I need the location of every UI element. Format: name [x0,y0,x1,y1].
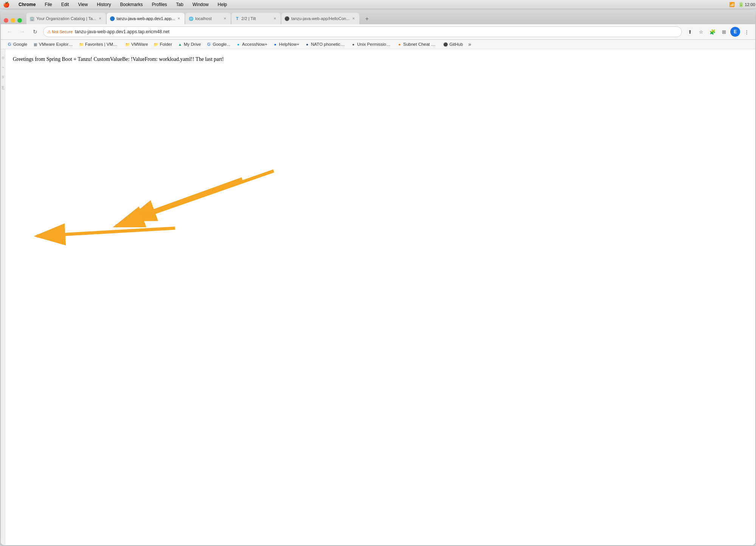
bookmark-favicon-github: ⚫ [443,42,448,47]
bookmark-button[interactable]: ☆ [696,27,706,37]
bookmark-vmware[interactable]: 📁 VMWare [123,41,150,48]
bookmark-github[interactable]: ⚫ GitHub [441,41,465,48]
battery-icon: 🔋 [738,2,744,8]
forward-button[interactable]: → [17,27,27,37]
reload-button[interactable]: ↻ [30,27,40,37]
tab-close-tilt[interactable]: ✕ [272,16,278,21]
wifi-icon: 📶 [729,2,735,8]
bookmark-label-my-drive: My Drive [184,42,201,47]
bookmark-favicon-unix: ● [351,42,356,47]
sidebar-label-ad: ad [1,86,5,90]
menubar-history[interactable]: History [95,2,112,7]
menu-button[interactable]: ⋮ [742,27,751,37]
clock-icon: 12:00 [747,2,753,8]
sidebar-toggle-button[interactable]: ⊞ [719,27,729,37]
bookmark-label-vmware: VMWare [131,42,148,47]
menubar-file[interactable]: File [43,2,53,7]
menubar-window[interactable]: Window [191,2,210,7]
main-page: Greetings from Spring Boot + Tanzu! Cust… [5,49,755,545]
bookmark-label-folder: Folder [160,42,172,47]
sidebar-label-d: D [1,57,5,59]
tab-favicon-hello: ⚫ [284,16,290,21]
tab-close-hello[interactable]: ✕ [351,16,356,21]
bookmark-unix[interactable]: ● Unix Permissions... [348,41,394,48]
tab-catalog[interactable]: 🏢 Your Organization Catalog | Ta... ✕ [26,13,106,24]
bookmark-folder[interactable]: 📁 Folder [151,41,174,48]
bookmark-nato[interactable]: ● NATO phonetic al... [302,41,348,48]
close-window-btn[interactable] [4,18,8,23]
bookmarks-bar: G Google ▦ VMware Explore 2... 📁 Favorit… [1,40,755,49]
sidebar-label-in: in [1,76,5,78]
url-display[interactable]: tanzu-java-web-app.dev1.apps.tap.ericm48… [75,29,678,34]
menubar-profiles[interactable]: Profiles [151,2,169,7]
browser-window: 🏢 Your Organization Catalog | Ta... ✕ 🔵 … [1,10,755,545]
bookmark-accessnow[interactable]: ● AccessNow+ [233,41,270,48]
annotation-arrow-2 [116,171,273,226]
sidebar-label-r: r [1,67,5,68]
bookmark-my-drive[interactable]: ▲ My Drive [175,41,203,48]
bookmark-favicon-subnet: ● [397,42,402,47]
bookmark-google2[interactable]: G Google... [204,41,233,48]
annotation-arrow-1 [128,179,242,220]
bookmark-subnet[interactable]: ● Subnet Cheat She... [394,41,440,48]
menubar-app[interactable]: Chrome [17,2,37,7]
apple-menu[interactable]: 🍎 [3,2,9,8]
tab-favicon-tanzu-dev1: 🔵 [110,16,115,21]
menubar: 🍎 Chrome File Edit View History Bookmark… [0,0,756,9]
bookmark-favicon-accessnow: ● [236,42,241,47]
menubar-right-icons: 📶 🔋 12:00 [729,2,753,8]
tab-tilt[interactable]: T 2/2 | Tilt ✕ [231,13,281,24]
tab-close-catalog[interactable]: ✕ [98,16,103,21]
bookmark-favorites-vmwar[interactable]: 📁 Favorites | VMwar... [76,41,122,48]
tab-title-catalog: Your Organization Catalog | Ta... [36,16,96,21]
bookmark-label-unix: Unix Permissions... [357,42,391,47]
tab-title-hello: tanzu-java-web-app/HelloCon... [291,16,349,21]
tab-close-tanzu-dev1[interactable]: ✕ [176,16,182,21]
menubar-edit[interactable]: Edit [60,2,71,7]
bookmark-favicon-nato: ● [304,42,310,47]
bookmark-label-google: Google [13,42,27,47]
menubar-bookmarks[interactable]: Bookmarks [119,2,144,7]
tab-tanzu-dev1[interactable]: 🔵 tanzu-java-web-app.dev1.app... ✕ [107,13,185,24]
bookmark-label-helpnow: HelpNow+ [279,42,299,47]
share-button[interactable]: ⬆ [685,27,695,37]
profile-button[interactable]: E [730,27,740,37]
page-content: D r in ad Greetings from Spring Boot + T… [1,49,755,545]
bookmark-favicon-folder: 📁 [153,42,158,47]
annotation-arrow-3 [37,228,175,236]
tab-localhost[interactable]: 🌐 localhost ✕ [185,13,231,24]
back-button[interactable]: ← [5,27,14,37]
toolbar: ← → ↻ ⚠ Not Secure tanzu-java-web-app.de… [1,24,755,40]
bookmark-favicon-vmware-explore: ▦ [33,42,38,47]
tab-favicon-tilt: T [234,16,240,21]
menubar-tab[interactable]: Tab [175,2,185,7]
minimize-window-btn[interactable] [11,18,15,23]
menubar-view[interactable]: View [76,2,89,7]
address-bar[interactable]: ⚠ Not Secure tanzu-java-web-app.dev1.app… [43,26,682,37]
bookmark-helpnow[interactable]: ● HelpNow+ [270,41,301,48]
security-indicator: ⚠ Not Secure [47,29,73,34]
tab-favicon-catalog: 🏢 [29,16,35,21]
tab-hello[interactable]: ⚫ tanzu-java-web-app/HelloCon... ✕ [281,13,359,24]
bookmark-favicon-google: G [7,42,12,47]
tab-title-tilt: 2/2 | Tilt [241,16,271,21]
toolbar-actions: ⬆ ☆ 🧩 ⊞ E ⋮ [685,27,751,37]
bookmark-favicon-google2: G [206,42,211,47]
tab-close-localhost[interactable]: ✕ [222,16,228,21]
bookmark-favicon-my-drive: ▲ [177,42,183,47]
maximize-window-btn[interactable] [17,18,22,23]
bookmark-label-subnet: Subnet Cheat She... [403,42,438,47]
warning-icon: ⚠ [47,29,51,34]
bookmark-favicon-vmware: 📁 [125,42,130,47]
page-greeting-text: Greetings from Spring Boot + Tanzu! Cust… [13,55,748,63]
new-tab-button[interactable]: + [362,14,372,24]
tab-title-localhost: localhost [195,16,221,21]
bookmark-label-favorites-vmwar: Favorites | VMwar... [85,42,120,47]
bookmark-vmware-explore[interactable]: ▦ VMware Explore 2... [30,41,76,48]
bookmarks-more-button[interactable]: » [467,41,473,47]
bookmark-favicon-helpnow: ● [273,42,278,47]
annotation-layer [5,49,755,545]
bookmark-google[interactable]: G Google [5,41,29,48]
extensions-button[interactable]: 🧩 [708,27,717,37]
menubar-help[interactable]: Help [216,2,229,7]
